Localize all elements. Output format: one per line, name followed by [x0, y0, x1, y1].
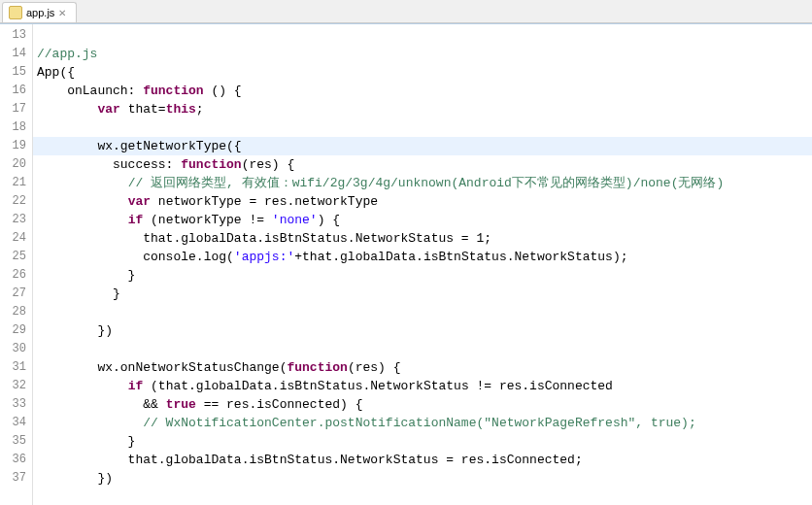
code-line[interactable]: && true == res.isConnected) {	[33, 395, 812, 414]
code-line[interactable]: })	[33, 321, 812, 340]
code-token: })	[37, 323, 113, 338]
code-token: console.log(	[37, 250, 234, 264]
code-token: that.globalData.isBtnStatus.NetworkStatu…	[37, 453, 583, 467]
line-number: 15	[0, 63, 32, 82]
code-line[interactable]: if (networkType != 'none') {	[33, 211, 812, 229]
code-line[interactable]: that.globalData.isBtnStatus.NetworkStatu…	[33, 229, 812, 248]
line-number: 21	[0, 174, 32, 192]
code-line[interactable]: var networkType = res.networkType	[33, 192, 812, 211]
line-number: 37	[0, 469, 32, 488]
code-line[interactable]: // 返回网络类型, 有效值：wifi/2g/3g/4g/unknown(And…	[33, 174, 812, 192]
code-line[interactable]: //app.js	[33, 45, 812, 63]
line-number: 26	[0, 266, 32, 285]
code-line[interactable]: var that=this;	[33, 100, 812, 118]
code-line[interactable]: onLaunch: function () {	[33, 82, 812, 100]
code-token: 'appjs:'	[234, 250, 294, 264]
code-token: () {	[204, 84, 242, 98]
code-token: that.globalData.isBtnStatus.NetworkStatu…	[37, 231, 491, 246]
line-number: 23	[0, 211, 32, 229]
line-number: 27	[0, 285, 32, 303]
line-number: 18	[0, 118, 32, 137]
code-line[interactable]: wx.getNetworkType({	[33, 137, 812, 155]
code-token: ) {	[318, 213, 340, 227]
line-number: 31	[0, 358, 32, 377]
code-token: +that.globalData.isBtnStatus.NetworkStat…	[294, 250, 627, 264]
code-token	[37, 176, 128, 190]
code-token: (res) {	[242, 157, 295, 172]
line-number: 30	[0, 340, 32, 358]
code-token: networkType = res.networkType	[151, 194, 378, 209]
code-token: })	[37, 471, 113, 486]
code-line[interactable]	[33, 26, 812, 45]
code-line[interactable]: if (that.globalData.isBtnStatus.NetworkS…	[33, 377, 812, 395]
code-token: }	[37, 286, 120, 301]
code-token: success:	[37, 157, 181, 172]
line-number: 17	[0, 100, 32, 118]
line-number: 16	[0, 82, 32, 100]
code-token: if	[128, 379, 144, 393]
code-token: }	[37, 268, 135, 283]
line-number: 29	[0, 321, 32, 340]
line-number: 36	[0, 451, 32, 469]
code-line[interactable]: success: function(res) {	[33, 155, 812, 174]
line-number: 28	[0, 303, 32, 321]
tab-filename: app.js	[26, 7, 54, 18]
code-area[interactable]: //app.jsApp({ onLaunch: function () { va…	[33, 24, 812, 505]
code-token	[37, 379, 128, 393]
code-token: App({	[37, 65, 75, 80]
code-token: if	[128, 213, 144, 227]
code-token: //app.js	[37, 47, 97, 61]
code-token: (res) {	[348, 360, 401, 375]
line-gutter: 1314151617181920212223242526272829303132…	[0, 24, 33, 505]
js-file-icon	[9, 6, 22, 19]
code-token: that=	[120, 102, 166, 117]
code-line[interactable]: }	[33, 266, 812, 285]
code-line[interactable]: wx.onNetworkStatusChange(function(res) {	[33, 358, 812, 377]
line-number: 32	[0, 377, 32, 395]
close-icon[interactable]: ✕	[58, 8, 68, 17]
code-token	[37, 102, 97, 117]
code-editor[interactable]: 1314151617181920212223242526272829303132…	[0, 23, 812, 505]
code-token	[37, 213, 128, 227]
code-token: (that.globalData.isBtnStatus.NetworkStat…	[143, 379, 613, 393]
line-number: 20	[0, 155, 32, 174]
file-tab[interactable]: app.js ✕	[2, 2, 77, 22]
line-number: 24	[0, 229, 32, 248]
line-number: 14	[0, 45, 32, 63]
line-number: 33	[0, 395, 32, 414]
code-line[interactable]	[33, 303, 812, 321]
code-token: // WxNotificationCenter.postNotification…	[143, 416, 696, 430]
code-token: function	[181, 157, 241, 172]
code-token: &&	[37, 397, 166, 412]
line-number: 35	[0, 432, 32, 451]
code-line[interactable]: that.globalData.isBtnStatus.NetworkStatu…	[33, 451, 812, 469]
tab-bar: app.js ✕	[0, 0, 812, 23]
code-token: 'none'	[272, 213, 318, 227]
code-line[interactable]: })	[33, 469, 812, 488]
code-token: wx.getNetworkType({	[37, 139, 242, 153]
code-line[interactable]: }	[33, 432, 812, 451]
code-line[interactable]: console.log('appjs:'+that.globalData.isB…	[33, 248, 812, 266]
code-token: }	[37, 434, 135, 449]
line-number: 34	[0, 414, 32, 432]
code-line[interactable]: App({	[33, 63, 812, 82]
code-token: function	[143, 84, 203, 98]
code-token	[37, 194, 128, 209]
code-token: ;	[196, 102, 204, 117]
code-line[interactable]	[33, 340, 812, 358]
code-token: wx.onNetworkStatusChange(	[37, 360, 287, 375]
code-line[interactable]: // WxNotificationCenter.postNotification…	[33, 414, 812, 432]
code-token: (networkType !=	[143, 213, 272, 227]
code-token	[37, 416, 143, 430]
code-token: var	[128, 194, 151, 209]
line-number: 22	[0, 192, 32, 211]
code-token: == res.isConnected) {	[196, 397, 363, 412]
line-number: 19	[0, 137, 32, 155]
code-line[interactable]: }	[33, 285, 812, 303]
code-token: this	[166, 102, 196, 117]
code-token: var	[97, 102, 119, 117]
code-token: true	[166, 397, 196, 412]
code-token: onLaunch:	[37, 84, 143, 98]
code-line[interactable]	[33, 118, 812, 137]
code-token: // 返回网络类型, 有效值：wifi/2g/3g/4g/unknown(And…	[128, 176, 725, 190]
